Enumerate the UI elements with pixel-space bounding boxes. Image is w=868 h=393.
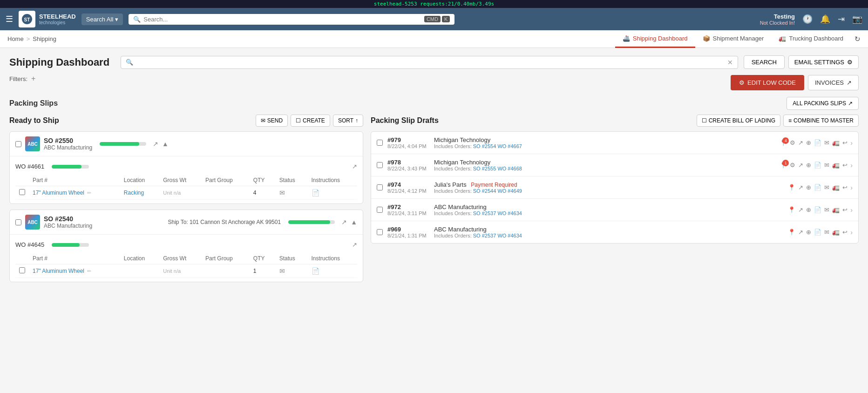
edit-low-code-button[interactable]: ⚙ EDIT LOW CODE [731, 75, 804, 90]
draft-969-email-icon[interactable]: ✉ [824, 229, 829, 236]
draft-979-add-icon[interactable]: ⊕ [806, 139, 811, 146]
draft-974-external-icon[interactable]: ↗ [798, 184, 803, 191]
part-row-checkbox[interactable] [19, 267, 25, 273]
draft-979-wo-link[interactable]: WO #4667 [497, 143, 522, 149]
breadcrumb-home[interactable]: Home [7, 35, 24, 42]
draft-979-checkbox[interactable] [377, 140, 383, 146]
draft-979-location-icon[interactable]: 📍 4 [780, 139, 787, 146]
draft-974-chevron[interactable]: › [850, 184, 853, 191]
draft-974-undo-icon[interactable]: ↩ [842, 184, 848, 191]
create-button[interactable]: ☐ CREATE [291, 115, 330, 127]
draft-978-add-icon[interactable]: ⊕ [806, 162, 811, 169]
slip-2550-checkbox[interactable] [15, 141, 21, 147]
draft-979-truck-icon[interactable]: 🚛 [832, 139, 840, 146]
slip-2550-external-link[interactable]: ↗ [153, 140, 158, 148]
draft-969-doc-icon[interactable]: 📄 [814, 229, 821, 236]
draft-978-location-icon[interactable]: 📍 1 [780, 162, 787, 169]
draft-979-undo-icon[interactable]: ↩ [842, 139, 848, 146]
tab-shipping-dashboard[interactable]: 🚢 Shipping Dashboard [615, 30, 695, 48]
draft-979-email-icon[interactable]: ✉ [824, 139, 829, 146]
bell-icon[interactable]: 🔔 [820, 14, 830, 24]
draft-974-location-icon[interactable]: 📍 [788, 184, 795, 191]
draft-972-external-icon[interactable]: ↗ [798, 206, 803, 213]
invoices-button[interactable]: INVOICES ↗ [808, 75, 859, 90]
refresh-button[interactable]: ↻ [854, 35, 861, 43]
header-search-input[interactable] [136, 59, 725, 66]
draft-979-doc-icon[interactable]: 📄 [814, 139, 821, 146]
draft-978-chevron[interactable]: › [850, 162, 853, 169]
camera-icon[interactable]: 📷 [852, 14, 862, 24]
hamburger-menu[interactable]: ☰ [6, 14, 13, 24]
draft-972-so-link[interactable]: SO #2537 [473, 210, 496, 216]
draft-969-undo-icon[interactable]: ↩ [842, 229, 848, 236]
tab-trucking-dashboard[interactable]: 🚛 Trucking Dashboard [771, 30, 851, 48]
global-search-input[interactable] [143, 16, 421, 23]
status-email-icon[interactable]: ✉ [279, 267, 285, 275]
draft-969-chevron[interactable]: › [850, 229, 853, 236]
draft-969-wo-link[interactable]: WO #4634 [497, 233, 522, 238]
status-email-icon[interactable]: ✉ [279, 189, 285, 196]
send-button[interactable]: ✉ SEND [256, 115, 288, 127]
draft-979-filter-icon[interactable]: ⚙ [790, 139, 795, 146]
clock-icon[interactable]: 🕐 [802, 14, 813, 24]
draft-972-truck-icon[interactable]: 🚛 [832, 206, 840, 213]
location-link[interactable]: Racking [124, 190, 144, 196]
draft-978-filter-icon[interactable]: ⚙ [790, 162, 795, 169]
wo-4645-external-link[interactable]: ↗ [352, 241, 357, 248]
draft-972-email-icon[interactable]: ✉ [824, 206, 829, 213]
header-search-clear-button[interactable]: ✕ [727, 59, 733, 66]
draft-972-wo-link[interactable]: WO #4634 [497, 210, 522, 216]
draft-972-undo-icon[interactable]: ↩ [842, 206, 848, 213]
draft-974-email-icon[interactable]: ✉ [824, 184, 829, 191]
draft-969-checkbox[interactable] [377, 229, 383, 235]
draft-972-add-icon[interactable]: ⊕ [806, 206, 811, 213]
draft-972-chevron[interactable]: › [850, 206, 853, 214]
slip-2540-external-link[interactable]: ↗ [341, 218, 347, 226]
part-row-checkbox[interactable] [19, 189, 25, 195]
draft-972-location-icon[interactable]: 📍 [788, 206, 795, 213]
draft-974-so-link[interactable]: SO #2544 [473, 188, 496, 194]
instructions-icon[interactable]: 📄 [312, 189, 319, 196]
draft-979-external-icon[interactable]: ↗ [798, 139, 803, 146]
draft-974-doc-icon[interactable]: 📄 [814, 184, 821, 191]
draft-969-add-icon[interactable]: ⊕ [806, 229, 811, 236]
draft-969-so-link[interactable]: SO #2537 [473, 233, 496, 238]
all-packing-slips-button[interactable]: ALL PACKING SLIPS ↗ [787, 97, 859, 110]
combine-to-master-button[interactable]: ≡ COMBINE TO MASTER [783, 115, 859, 127]
slip-2550-collapse[interactable]: ▲ [162, 140, 169, 148]
search-button[interactable]: SEARCH [744, 55, 785, 69]
slip-2540-collapse[interactable]: ▲ [351, 218, 357, 226]
draft-979-so-link[interactable]: SO #2554 [473, 143, 496, 149]
draft-969-external-icon[interactable]: ↗ [798, 229, 803, 236]
tab-shipment-manager[interactable]: 📦 Shipment Manager [695, 30, 772, 48]
draft-979-chevron[interactable]: › [850, 139, 853, 147]
draft-972-checkbox[interactable] [377, 207, 383, 213]
draft-974-add-icon[interactable]: ⊕ [806, 184, 811, 191]
part-edit-icon[interactable]: ✏ [87, 268, 91, 274]
draft-978-checkbox[interactable] [377, 162, 383, 168]
draft-978-external-icon[interactable]: ↗ [798, 162, 803, 169]
add-filter-button[interactable]: + [31, 75, 35, 83]
draft-974-truck-icon[interactable]: 🚛 [832, 184, 840, 191]
create-bill-of-lading-button[interactable]: ☐ CREATE BILL OF LADING [697, 115, 780, 127]
draft-969-truck-icon[interactable]: 🚛 [832, 229, 840, 236]
draft-974-wo-link[interactable]: WO #4649 [497, 188, 522, 194]
draft-978-email-icon[interactable]: ✉ [824, 162, 829, 169]
draft-978-undo-icon[interactable]: ↩ [842, 162, 848, 169]
instructions-icon[interactable]: 📄 [312, 267, 319, 275]
slip-2540-checkbox[interactable] [15, 219, 21, 225]
logout-icon[interactable]: ⇥ [838, 14, 845, 24]
email-settings-button[interactable]: EMAIL SETTINGS ⚙ [788, 55, 859, 69]
draft-972-doc-icon[interactable]: 📄 [814, 206, 821, 213]
sort-button[interactable]: SORT ↑ [333, 115, 363, 127]
part-link[interactable]: 17" Aluminum Wheel [33, 268, 84, 274]
draft-969-location-icon[interactable]: 📍 [788, 229, 795, 236]
draft-974-checkbox[interactable] [377, 184, 383, 190]
draft-978-so-link[interactable]: SO #2555 [473, 166, 496, 171]
draft-978-doc-icon[interactable]: 📄 [814, 162, 821, 169]
part-edit-icon[interactable]: ✏ [87, 190, 91, 196]
draft-978-wo-link[interactable]: WO #4668 [497, 166, 522, 171]
part-link[interactable]: 17" Aluminum Wheel [33, 190, 84, 196]
wo-4661-external-link[interactable]: ↗ [352, 163, 357, 170]
search-all-button[interactable]: Search All ▾ [81, 14, 123, 25]
